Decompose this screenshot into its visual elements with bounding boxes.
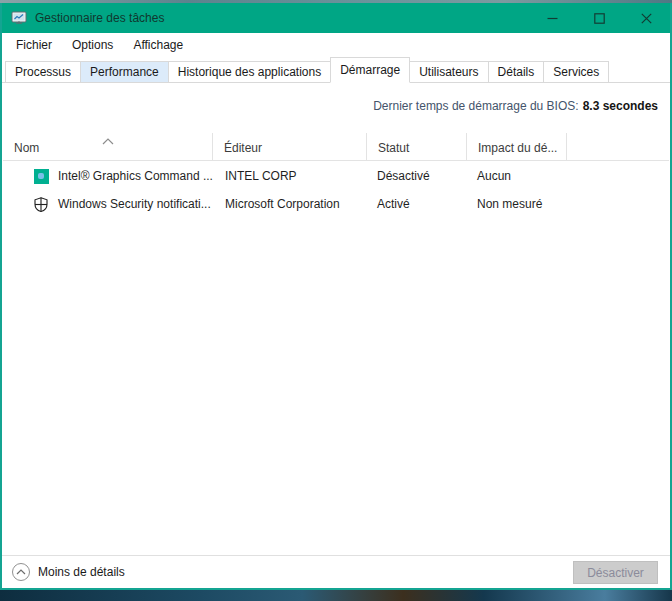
tab-details[interactable]: Détails xyxy=(488,61,545,83)
intel-graphics-icon xyxy=(33,168,49,184)
bios-boot-time: Dernier temps de démarrage du BIOS:8.3 s… xyxy=(373,99,658,113)
minimize-button[interactable] xyxy=(529,3,576,33)
startup-item-publisher: INTEL CORP xyxy=(213,169,367,183)
tab-processus[interactable]: Processus xyxy=(5,61,81,83)
startup-items-list: Intel® Graphics Command ... INTEL CORP D… xyxy=(3,162,669,218)
startup-item-name-cell: Intel® Graphics Command ... xyxy=(3,168,213,184)
table-row[interactable]: Windows Security notificati... Microsoft… xyxy=(3,190,669,218)
sort-ascending-icon xyxy=(102,134,114,148)
close-button[interactable] xyxy=(623,3,670,33)
maximize-button[interactable] xyxy=(576,3,623,33)
chevron-up-circle-icon xyxy=(12,563,30,581)
startup-item-name-cell: Windows Security notificati... xyxy=(3,196,213,212)
menu-bar: Fichier Options Affichage xyxy=(2,33,670,56)
startup-tab-panel: Dernier temps de démarrage du BIOS:8.3 s… xyxy=(2,83,670,555)
bios-boot-time-label: Dernier temps de démarrage du BIOS: xyxy=(373,99,578,113)
startup-item-publisher: Microsoft Corporation xyxy=(213,197,367,211)
tab-demarrage[interactable]: Démarrage xyxy=(330,57,410,83)
task-manager-window: Gestionnaire des tâches Fichier Options … xyxy=(0,3,672,590)
tab-utilisateurs[interactable]: Utilisateurs xyxy=(409,61,488,83)
task-manager-icon xyxy=(11,10,27,26)
window-title: Gestionnaire des tâches xyxy=(35,11,164,25)
table-header: Nom Éditeur Statut Impact du dé... xyxy=(3,133,669,161)
tab-performance[interactable]: Performance xyxy=(80,61,169,83)
tab-historique-des-applications[interactable]: Historique des applications xyxy=(168,61,331,83)
column-header-nom[interactable]: Nom xyxy=(3,133,213,160)
column-header-statut[interactable]: Statut xyxy=(367,133,467,160)
table-row[interactable]: Intel® Graphics Command ... INTEL CORP D… xyxy=(3,162,669,190)
tab-strip: Processus Performance Historique des app… xyxy=(2,56,670,83)
window-controls xyxy=(529,3,670,33)
status-bar: Moins de détails Désactiver xyxy=(2,555,670,588)
startup-item-status: Activé xyxy=(367,197,467,211)
startup-item-impact: Aucun xyxy=(467,169,567,183)
menu-affichage[interactable]: Affichage xyxy=(123,35,193,55)
startup-item-status: Désactivé xyxy=(367,169,467,183)
column-header-spacer xyxy=(567,133,669,160)
column-header-impact[interactable]: Impact du dé... xyxy=(467,133,567,160)
desktop-wallpaper-bottom xyxy=(0,589,672,601)
disable-button[interactable]: Désactiver xyxy=(573,561,658,584)
startup-item-impact: Non mesuré xyxy=(467,197,567,211)
menu-fichier[interactable]: Fichier xyxy=(6,35,62,55)
column-header-editeur[interactable]: Éditeur xyxy=(213,133,367,160)
less-details-toggle[interactable]: Moins de détails xyxy=(12,563,125,581)
desktop-background: Gestionnaire des tâches Fichier Options … xyxy=(0,0,672,601)
bios-boot-time-value: 8.3 secondes xyxy=(583,99,658,113)
tab-services[interactable]: Services xyxy=(543,61,609,83)
less-details-label: Moins de détails xyxy=(38,565,125,579)
windows-security-shield-icon xyxy=(33,196,49,212)
startup-item-name: Windows Security notificati... xyxy=(58,197,211,211)
startup-item-name: Intel® Graphics Command ... xyxy=(58,169,213,183)
titlebar: Gestionnaire des tâches xyxy=(2,3,670,33)
menu-options[interactable]: Options xyxy=(62,35,123,55)
